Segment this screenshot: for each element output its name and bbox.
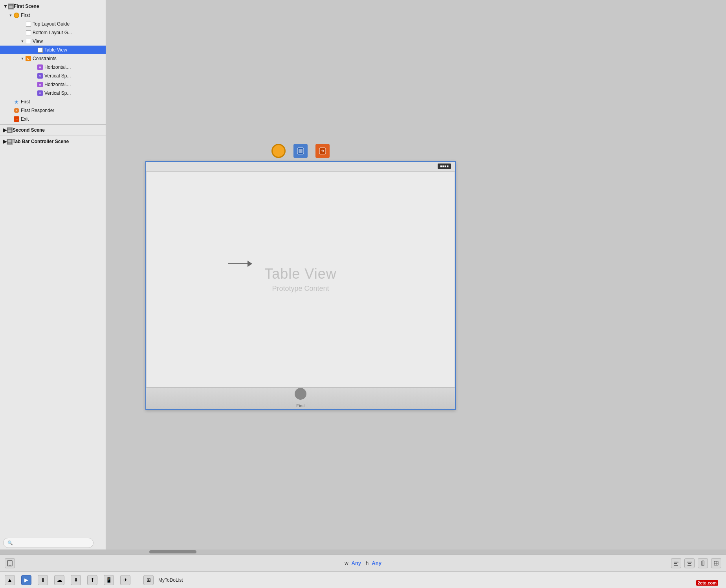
first-vc-icon — [13, 12, 20, 18]
exit-label: Exit — [21, 116, 29, 122]
top-layout-guide-label: Top Layout Guide — [33, 21, 70, 27]
vertical1-icon: V — [37, 73, 43, 79]
footer-btn-5[interactable]: ⬇ — [71, 575, 81, 585]
arrow-line — [228, 263, 248, 264]
arrow-head — [248, 261, 252, 267]
footer-btn-4[interactable]: ☁ — [54, 575, 64, 585]
second-scene-icon — [7, 127, 13, 133]
tab-bar-scene-label: Tab Bar Controller Scene — [13, 139, 69, 144]
svg-rect-11 — [674, 562, 678, 562]
vertical2-label: Vertical Sp... — [44, 90, 71, 96]
constraints-button2[interactable] — [711, 558, 721, 568]
second-scene-label: Second Scene — [13, 127, 45, 133]
constraints-item[interactable]: ▼ C Constraints — [0, 54, 106, 63]
bottom-layout-guide-label: Bottom Layout G... — [33, 30, 72, 35]
svg-rect-14 — [687, 562, 692, 562]
horizontal1-label: Horizontal.... — [44, 64, 71, 70]
table-view-placeholder: Table View Prototype Content — [264, 266, 336, 293]
watermark: 2cto.com — [696, 580, 718, 586]
table-view-subtitle: Prototype Content — [264, 285, 336, 293]
sidebar-bottom: 🔍 — [0, 536, 106, 549]
width-label: w — [345, 560, 348, 566]
table-view-icon — [37, 47, 43, 53]
top-layout-guide-icon — [25, 21, 31, 27]
project-icon: ⊞ — [143, 575, 154, 585]
content-area: Table View Prototype Content — [146, 171, 455, 388]
vertical2-item[interactable]: V Vertical Sp... — [0, 89, 106, 97]
constraints-toggle[interactable]: ▼ — [20, 57, 25, 61]
vc-icon-yellow[interactable] — [271, 144, 286, 158]
view-toggle[interactable]: ▼ — [20, 39, 25, 43]
tab-icon[interactable] — [295, 388, 306, 400]
search-icon: 🔍 — [7, 540, 13, 546]
divider1 — [0, 124, 106, 125]
first-vc-toggle[interactable]: ▼ — [8, 13, 13, 17]
svg-rect-13 — [674, 565, 678, 566]
height-any-label[interactable]: Any — [372, 560, 381, 566]
footer-btn-3[interactable]: ⏸ — [38, 575, 48, 585]
footer-toolbar: ▲ ▶ ⏸ ☁ ⬇ ⬆ 📱 ✈ ⊞ MyToDoList 2cto.com — [0, 571, 726, 588]
first-label-item[interactable]: ★ First — [0, 97, 106, 106]
entry-arrow — [228, 261, 252, 267]
vertical2-icon: V — [37, 90, 43, 96]
tab-bar-scene-toggle[interactable]: ▶ — [3, 139, 7, 144]
first-scene-label: First Scene — [14, 4, 39, 9]
table-view-item[interactable]: Table View — [0, 46, 106, 54]
battery-icon: ■■■■ — [438, 164, 451, 169]
tab-bar-scene-header[interactable]: ▶ Tab Bar Controller Scene — [0, 137, 106, 146]
horizontal1-icon: H — [37, 64, 43, 70]
bottom-bar-left — [5, 558, 15, 568]
first-responder-item[interactable]: F First Responder — [0, 106, 106, 115]
vc-icon-blue[interactable] — [293, 144, 308, 158]
first-scene-toggle[interactable]: ▼ — [3, 4, 8, 9]
svg-rect-2 — [7, 128, 12, 132]
constraints-button1[interactable] — [698, 558, 708, 568]
exit-item[interactable]: → Exit — [0, 115, 106, 123]
horizontal2-label: Horizontal.... — [44, 82, 71, 87]
svg-rect-10 — [9, 565, 11, 566]
footer-btn-2[interactable]: ▶ — [21, 575, 31, 585]
project-label: MyToDoList — [158, 577, 183, 583]
vertical1-label: Vertical Sp... — [44, 73, 71, 79]
horizontal2-icon: H — [37, 81, 43, 88]
h-scrollbar-thumb[interactable] — [149, 550, 196, 553]
footer-btn-7[interactable]: 📱 — [104, 575, 114, 585]
bottom-bar-right — [671, 558, 721, 568]
sidebar: ▼ First Scene ▼ First — [0, 0, 106, 549]
height-label: h — [366, 560, 368, 566]
h-scrollbar[interactable] — [0, 549, 726, 554]
bottom-layout-guide-icon — [25, 29, 31, 36]
vc-icon-orange[interactable] — [315, 144, 330, 158]
vertical1-item[interactable]: V Vertical Sp... — [0, 72, 106, 80]
svg-rect-16 — [688, 565, 691, 566]
second-scene-header[interactable]: ▶ Second Scene — [0, 125, 106, 135]
project-area: ⊞ MyToDoList — [143, 575, 183, 585]
status-bar: ■■■■ — [146, 162, 455, 171]
first-scene-icon — [8, 4, 14, 9]
first-scene-header[interactable]: ▼ First Scene — [0, 2, 106, 11]
width-any-label[interactable]: Any — [352, 560, 361, 566]
footer-btn-8[interactable]: ✈ — [120, 575, 130, 585]
horizontal1-item[interactable]: H Horizontal.... — [0, 63, 106, 72]
second-scene-toggle[interactable]: ▶ — [3, 127, 7, 133]
mockup-toolbar — [271, 140, 330, 161]
device-toggle-button[interactable] — [5, 558, 15, 568]
iphone-mockup: ■■■■ Table View Prototype Content First — [145, 161, 456, 410]
top-layout-guide-item[interactable]: Top Layout Guide — [0, 20, 106, 28]
horizontal2-item[interactable]: H Horizontal.... — [0, 80, 106, 89]
first-vc-label: First — [21, 13, 30, 18]
svg-rect-7 — [299, 149, 302, 153]
sidebar-tree: ▼ First Scene ▼ First — [0, 0, 106, 536]
footer-btn-1[interactable]: ▲ — [5, 575, 15, 585]
align-left-button[interactable] — [671, 558, 681, 568]
sidebar-search[interactable]: 🔍 — [3, 538, 94, 548]
svg-rect-4 — [7, 140, 12, 144]
first-vc-item[interactable]: ▼ First — [0, 11, 106, 20]
separator — [137, 576, 137, 584]
view-item[interactable]: ▼ View — [0, 37, 106, 46]
align-center-button[interactable] — [684, 558, 695, 568]
canvas-area: ■■■■ Table View Prototype Content First — [106, 0, 726, 549]
footer-right: 2cto.com — [696, 580, 718, 586]
bottom-layout-guide-item[interactable]: Bottom Layout G... — [0, 28, 106, 37]
footer-btn-6[interactable]: ⬆ — [87, 575, 97, 585]
